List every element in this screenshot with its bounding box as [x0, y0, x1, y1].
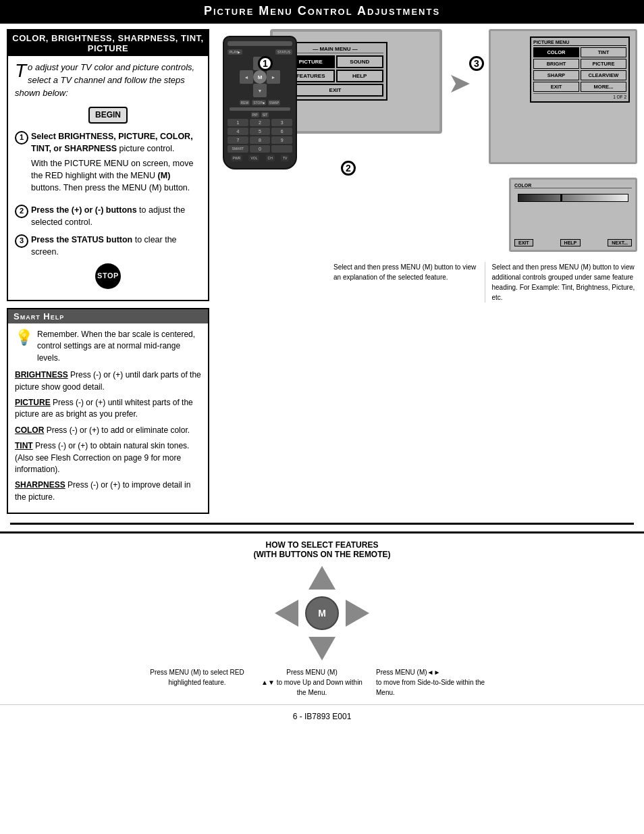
right-column: — MAIN MENU — PICTURE SOUND FEATURES HEL… — [216, 29, 637, 514]
left-column: COLOR, BRIGHTNESS, SHARPNESS, TINT, PICT… — [7, 29, 209, 514]
remote-num-6[interactable]: 6 — [271, 128, 292, 135]
remote-rew-btn[interactable]: REW — [240, 100, 250, 105]
remote-ch-btn[interactable]: CH — [266, 155, 275, 161]
dpad-left-arrow — [275, 600, 298, 627]
diagram-step-2: 2 — [341, 161, 356, 176]
pm-clearview: CLEARVIEW — [581, 70, 626, 80]
color-screen-buttons: EXIT HELP NEXT... — [514, 239, 632, 246]
remote-play-btn: PLAY▶ — [227, 49, 242, 55]
big-T-letter: T — [15, 61, 26, 80]
remote-status-btn: STATUS — [275, 49, 292, 55]
remote-vol-btn[interactable]: VOL — [248, 155, 259, 161]
large-dpad-diagram: M — [275, 566, 369, 660]
brightness-tip: BRIGHTNESS Press (-) or (+) until dark p… — [15, 369, 201, 393]
step-1-text: Select BRIGHTNESS, PICTURE, COLOR, TINT,… — [31, 130, 201, 199]
separator-line — [10, 523, 634, 525]
stop-area: STOP — [15, 263, 201, 289]
remote-dpad-right[interactable]: ► — [267, 70, 280, 84]
color-progress-bar — [518, 194, 628, 202]
menu-btn-exit: EXIT — [287, 84, 383, 97]
color-adjustment-area: COLOR EXIT HELP NEXT... — [509, 178, 637, 252]
sharpness-term: SHARPNESS — [15, 480, 65, 490]
remote-dpad-left[interactable]: ◄ — [240, 70, 253, 84]
remote-pip-bar — [230, 107, 290, 111]
smart-help-intro: 💡 Remember. When the bar scale is center… — [15, 329, 201, 364]
color-term: COLOR — [15, 425, 44, 435]
color-exit-btn[interactable]: EXIT — [514, 239, 533, 246]
remote-pip-label: PIP — [251, 112, 259, 118]
pm-tint: TINT — [581, 47, 626, 57]
pm-picture: PICTURE — [581, 59, 626, 69]
remote-num-8[interactable]: 8 — [250, 136, 271, 144]
caption-press-m-updown: Press MENU (M) ▲▼ to move Up and Down wi… — [261, 667, 363, 698]
pm-bright: BRIGHT — [533, 59, 579, 69]
instructions-body: T o adjust your TV color and picture con… — [8, 56, 208, 300]
step-3-circle: 3 — [15, 234, 28, 248]
remote-stop-btn[interactable]: STOP■ — [252, 100, 266, 105]
remote-num-smart[interactable]: SMART — [227, 145, 248, 153]
remote-sit-label: SIT — [261, 112, 269, 118]
picture-tip: PICTURE Press (-) or (+) until whitest p… — [15, 397, 201, 421]
picture-menu-grid: COLOR TINT BRIGHT PICTURE SHARP CLEARVIE… — [533, 47, 626, 92]
remote-bottom-row: PWR VOL CH TV — [227, 155, 292, 161]
step-2-circle: 2 — [15, 205, 28, 218]
color-next-btn[interactable]: NEXT... — [608, 239, 632, 246]
dpad-captions-row: Press MENU (M) to select RED highlighted… — [146, 667, 498, 698]
remote-tv-btn[interactable]: TV — [281, 155, 289, 161]
brightness-term: BRIGHTNESS — [15, 370, 68, 380]
picture-menu-footer: 1 OF 2 — [533, 93, 626, 99]
page-footer: 6 - IB7893 E001 — [0, 704, 644, 728]
dpad-up-arrow — [308, 566, 336, 590]
step-3-text: Press the STATUS button to clear the scr… — [31, 234, 201, 258]
begin-button: BEGIN — [88, 107, 128, 124]
sharpness-tip: SHARPNESS Press (-) or (+) to improve de… — [15, 479, 201, 503]
smart-help-body: 💡 Remember. When the bar scale is center… — [8, 323, 208, 513]
main-menu-grid: PICTURE SOUND FEATURES HELP EXIT — [287, 55, 383, 97]
how-to-title: HOW TO SELECT FEATURES (WITH BUTTONS ON … — [253, 540, 390, 559]
remote-top-bar — [227, 41, 292, 46]
pm-sharp: SHARP — [533, 70, 579, 80]
instructions-header: COLOR, BRIGHTNESS, SHARPNESS, TINT, PICT… — [8, 30, 208, 56]
color-adj-screen: COLOR EXIT HELP NEXT... — [509, 178, 637, 252]
remote-small-buttons: REW STOP■ SWAP — [227, 100, 292, 105]
main-menu-title: — MAIN MENU — — [287, 46, 383, 53]
intro-content: o adjust your TV color and picture contr… — [15, 62, 194, 98]
remote-num-9[interactable]: 9 — [271, 136, 292, 144]
color-help-btn[interactable]: HELP — [560, 239, 581, 246]
diagram-captions: Select and then press MENU (M) button to… — [333, 262, 637, 303]
pm-more: MORE... — [581, 82, 626, 92]
remote-num-blank — [271, 145, 292, 153]
pm-color: COLOR — [533, 47, 579, 57]
bottom-section: HOW TO SELECT FEATURES (WITH BUTTONS ON … — [0, 531, 644, 698]
remote-num-0[interactable]: 0 — [250, 145, 271, 153]
remote-num-1[interactable]: 1 — [227, 119, 248, 126]
remote-dpad-down[interactable]: ▼ — [253, 84, 267, 97]
tint-tip: TINT Press (-) or (+) to obtain natural … — [15, 440, 201, 475]
dpad-right-arrow — [346, 600, 369, 627]
remote-status-row: PLAY▶ STATUS — [227, 49, 292, 55]
remote-swap-btn[interactable]: SWAP — [268, 100, 281, 105]
remote-num-2[interactable]: 2 — [250, 119, 271, 126]
remote-control: PLAY▶ STATUS ▲ ▼ ◄ ► M REW STOP■ SW — [223, 36, 297, 170]
diagram-step-1: 1 — [258, 56, 273, 71]
picture-menu-overlay: PICTURE MENU COLOR TINT BRIGHT PICTURE S… — [530, 36, 630, 103]
remote-num-5[interactable]: 5 — [250, 128, 271, 135]
smart-help-intro-text: Remember. When the bar scale is centered… — [37, 329, 201, 364]
remote-body: PLAY▶ STATUS ▲ ▼ ◄ ► M REW STOP■ SW — [223, 36, 297, 170]
caption-press-m-select: Press MENU (M) to select RED highlighted… — [146, 667, 248, 687]
remote-m-button[interactable]: M — [253, 70, 267, 84]
bulb-icon: 💡 — [15, 329, 33, 364]
remote-numpad: 1 2 3 4 5 6 7 8 9 SMART 0 — [227, 119, 292, 153]
remote-power-btn[interactable]: PWR — [231, 155, 243, 161]
dpad-down-arrow — [308, 637, 336, 660]
how-to-section: HOW TO SELECT FEATURES (WITH BUTTONS ON … — [7, 540, 637, 698]
color-tip: COLOR Press (-) or (+) to add or elimina… — [15, 425, 201, 436]
menu-btn-sound: SOUND — [336, 55, 384, 68]
remote-num-3[interactable]: 3 — [271, 119, 292, 126]
remote-num-4[interactable]: 4 — [227, 128, 248, 135]
picture-menu-title: PICTURE MENU — [533, 40, 626, 46]
instructions-box: COLOR, BRIGHTNESS, SHARPNESS, TINT, PICT… — [7, 29, 209, 301]
remote-num-7[interactable]: 7 — [227, 136, 248, 144]
menu-btn-help: HELP — [336, 70, 384, 82]
caption-press-m-sideside: Press MENU (M)◄► to move from Side-to-Si… — [376, 667, 498, 698]
